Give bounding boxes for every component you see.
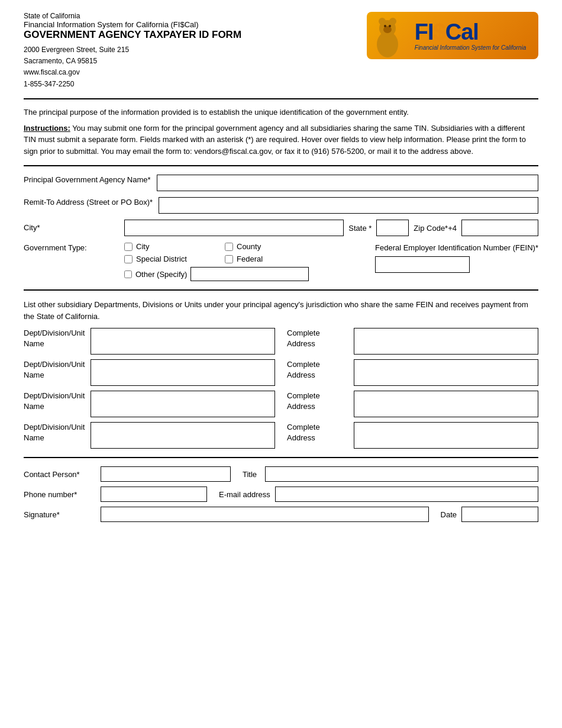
logo-fi: FI — [415, 20, 434, 44]
sub-dept-input-3[interactable] — [91, 391, 275, 417]
instructions-paragraph: Instructions: You may submit one form fo… — [24, 123, 538, 157]
instructions-label: Instructions: — [24, 124, 70, 133]
federal-checkbox[interactable] — [225, 255, 233, 263]
sub-left-1: Dept/Division/UnitName — [24, 328, 275, 355]
remit-to-input[interactable] — [159, 197, 538, 214]
gov-type-label: Government Type: — [24, 242, 124, 252]
sub-left-3: Dept/Division/UnitName — [24, 391, 275, 417]
sub-addr-label-2: CompleteAddress — [287, 359, 349, 381]
fein-section: Federal Employer Identification Number (… — [375, 242, 538, 273]
zip-input[interactable] — [461, 220, 538, 236]
page-header: State of California Financial Informatio… — [24, 12, 538, 90]
instructions-body: You may submit one form for the principa… — [24, 124, 526, 156]
header-left: State of California Financial Informatio… — [24, 12, 241, 90]
svg-point-6 — [389, 25, 391, 27]
sub-right-1: CompleteAddress — [287, 328, 538, 355]
section-divider-3 — [24, 457, 538, 458]
gov-type-federal: Federal — [225, 255, 319, 263]
sub-addr-label-1: CompleteAddress — [287, 328, 349, 349]
principal-agency-input[interactable] — [157, 175, 538, 191]
sub-dept-label-3: Dept/Division/UnitName — [24, 391, 86, 412]
website: www.fiscal.ca.gov — [24, 67, 241, 78]
title-input[interactable] — [265, 466, 538, 482]
sub-right-2: CompleteAddress — [287, 359, 538, 386]
logo-background: FI$Cal Financial Information System for … — [367, 12, 538, 59]
date-input[interactable] — [461, 507, 538, 522]
special-district-label: Special District — [136, 255, 187, 263]
address-line1: 2000 Evergreen Street, Suite 215 — [24, 44, 241, 56]
fein-label: Federal Employer Identification Number (… — [375, 242, 538, 254]
phone-input[interactable] — [101, 487, 207, 502]
phone-email-row: Phone number* E-mail address — [24, 487, 538, 502]
zip-label: Zip Code*+4 — [414, 224, 457, 233]
city-input[interactable] — [124, 220, 344, 236]
title-label: Title — [243, 470, 260, 479]
signature-row: Signature* Date — [24, 507, 538, 522]
form-title: GOVERNMENT AGENCY TAXPAYER ID FORM — [24, 29, 241, 41]
subsidiary-row-1: Dept/Division/UnitName CompleteAddress — [24, 328, 538, 355]
sub-dept-label-1: Dept/Division/UnitName — [24, 328, 86, 349]
logo-name: FI$Cal — [415, 21, 479, 43]
sub-addr-input-1[interactable] — [354, 328, 538, 355]
city-label: City* — [24, 223, 124, 233]
county-checkbox-label: County — [237, 242, 261, 251]
subsidiary-row-2: Dept/Division/UnitName CompleteAddress — [24, 359, 538, 386]
state-label: State * — [348, 224, 372, 233]
sub-addr-label-3: CompleteAddress — [287, 391, 349, 412]
contact-person-label: Contact Person* — [24, 470, 101, 479]
state-input[interactable] — [376, 220, 409, 236]
principal-agency-section: Principal Government Agency Name* Remit-… — [24, 175, 538, 236]
gov-type-special-district: Special District — [124, 255, 219, 263]
purpose-text: The principal purpose of the information… — [24, 108, 538, 117]
gov-type-county: County — [225, 242, 319, 251]
city-checkbox-label: City — [136, 242, 149, 251]
county-checkbox[interactable] — [225, 243, 233, 251]
sub-addr-label-4: CompleteAddress — [287, 422, 349, 443]
signature-input[interactable] — [101, 507, 429, 522]
fi-line: Financial Information System for Califor… — [24, 20, 241, 29]
gov-type-section: Government Type: City County Special Dis… — [24, 242, 538, 281]
city-state-zip-group: State * Zip Code*+4 — [124, 220, 538, 236]
date-label: Date — [441, 510, 457, 519]
sub-dept-input-1[interactable] — [91, 328, 275, 355]
fein-input[interactable] — [375, 256, 470, 273]
sub-dept-label-2: Dept/Division/UnitName — [24, 359, 86, 381]
sub-dept-label-4: Dept/Division/UnitName — [24, 422, 86, 443]
section-divider-2 — [24, 289, 538, 291]
special-district-checkbox[interactable] — [124, 255, 133, 263]
signature-label: Signature* — [24, 510, 101, 519]
sub-addr-input-2[interactable] — [354, 359, 538, 386]
sub-dept-input-2[interactable] — [91, 359, 275, 386]
other-checkbox[interactable] — [124, 270, 132, 278]
svg-point-2 — [379, 18, 386, 25]
logo-subtitle: Financial Information System for Califor… — [415, 44, 526, 51]
address-block: 2000 Evergreen Street, Suite 215 Sacrame… — [24, 44, 241, 90]
logo-text-area: FI$Cal Financial Information System for … — [415, 21, 526, 51]
address-line2: Sacramento, CA 95815 — [24, 56, 241, 67]
subsidiary-row-4: Dept/Division/UnitName CompleteAddress — [24, 422, 538, 449]
email-input[interactable] — [275, 487, 538, 502]
city-state-zip-row: City* State * Zip Code*+4 — [24, 220, 538, 236]
svg-point-5 — [384, 25, 386, 27]
contact-section: Contact Person* Title Phone number* E-ma… — [24, 466, 538, 522]
subsidiary-description: List other subsidiary Departments, Divis… — [24, 299, 538, 322]
remit-to-row: Remit-To Address (Street or PO Box)* — [24, 197, 538, 214]
city-checkbox[interactable] — [124, 243, 133, 251]
federal-label: Federal — [237, 255, 263, 263]
contact-person-input[interactable] — [101, 466, 231, 482]
logo-dollar: $ — [434, 20, 445, 44]
sub-dept-input-4[interactable] — [91, 422, 275, 449]
phone: 1-855-347-2250 — [24, 79, 241, 90]
gov-type-options-group: City County Special District Federal Oth… — [124, 242, 363, 281]
sub-addr-input-4[interactable] — [354, 422, 538, 449]
contact-person-row: Contact Person* Title — [24, 466, 538, 482]
header-right: FI$Cal Financial Information System for … — [367, 12, 538, 68]
sub-right-3: CompleteAddress — [287, 391, 538, 417]
svg-point-3 — [389, 18, 396, 25]
sub-left-4: Dept/Division/UnitName — [24, 422, 275, 449]
sub-addr-input-3[interactable] — [354, 391, 538, 417]
other-specify-label: Other (Specify) — [135, 270, 187, 279]
other-specify-input[interactable] — [190, 267, 309, 281]
principal-agency-row: Principal Government Agency Name* — [24, 175, 538, 191]
principal-agency-label: Principal Government Agency Name* — [24, 175, 157, 185]
